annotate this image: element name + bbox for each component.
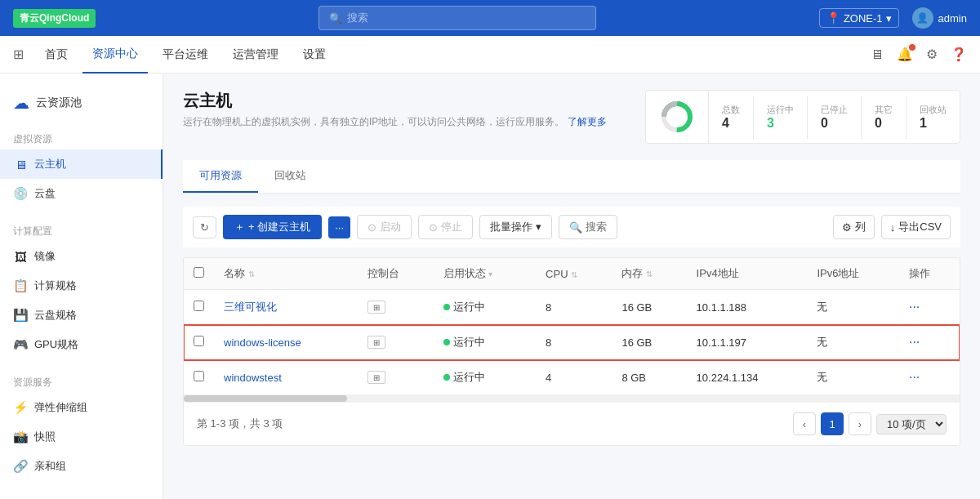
- sidebar-item-snapshot[interactable]: 📸 快照: [0, 422, 163, 452]
- row3-ipv4: 10.224.1.134: [687, 360, 808, 395]
- row2-name[interactable]: windows-license: [214, 325, 358, 360]
- stop-button[interactable]: ⊙ 停止: [418, 215, 473, 239]
- pagination-area: 第 1-3 项，共 3 项 ‹ 1 › 10 项/页 20 项/页 50 项/页: [184, 402, 960, 445]
- status-dot: [443, 304, 450, 310]
- second-nav-left: ⊞ 首页 资源中心 平台运维 运营管理 设置: [13, 36, 336, 74]
- row3-checkbox[interactable]: [184, 360, 214, 395]
- sidebar-item-image[interactable]: 🖼 镜像: [0, 242, 163, 271]
- row3-memory: 8 GB: [612, 360, 686, 395]
- page-1-button[interactable]: 1: [821, 412, 844, 435]
- nav-item-home[interactable]: 首页: [35, 36, 78, 74]
- row2-memory: 16 GB: [612, 325, 686, 360]
- row1-status: 运行中: [434, 290, 536, 325]
- stat-stopped-label: 已停止: [821, 104, 848, 116]
- page-description: 运行在物理机上的虚拟机实例，具有独立的IP地址，可以访问公共网络，运行应用服务。…: [183, 115, 607, 129]
- nav-item-settings[interactable]: 设置: [293, 36, 336, 74]
- row3-console[interactable]: ⊞: [358, 360, 434, 395]
- stat-total-value: 4: [722, 116, 740, 131]
- sidebar-item-autoscaling[interactable]: ⚡ 弹性伸缩组: [0, 393, 163, 422]
- table-scroll-area[interactable]: 名称 ⇅ 控制台 启用状态 ▾ CPU ⇅ 内存 ⇅ IPv4地址 IPv6地址…: [184, 258, 960, 395]
- console-icon[interactable]: ⊞: [368, 336, 385, 349]
- nav-item-resource[interactable]: 资源中心: [82, 36, 148, 74]
- row2-action[interactable]: ···: [899, 325, 960, 360]
- row2-checkbox[interactable]: [184, 325, 214, 360]
- cpu-sort-icon: ⇅: [571, 270, 577, 279]
- zone-selector[interactable]: 📍 ZONE-1 ▾: [819, 8, 899, 28]
- row1-memory: 16 GB: [612, 290, 686, 325]
- row2-ipv6: 无: [807, 325, 899, 360]
- create-vm-button[interactable]: ＋ + 创建云主机: [223, 215, 322, 239]
- prev-page-button[interactable]: ‹: [793, 412, 816, 435]
- action-menu-button[interactable]: ···: [909, 335, 920, 349]
- stat-recycle-value: 1: [920, 116, 947, 131]
- page-size-select[interactable]: 10 项/页 20 项/页 50 项/页: [876, 414, 947, 434]
- grid-icon[interactable]: ⊞: [13, 47, 24, 62]
- export-icon: ↓: [890, 221, 896, 234]
- sidebar-item-autoscaling-label: 弹性伸缩组: [34, 400, 87, 415]
- row1-cpu: 8: [536, 290, 612, 325]
- more-button[interactable]: ···: [328, 216, 350, 238]
- scroll-thumb: [184, 395, 347, 402]
- help-icon[interactable]: ❓: [951, 47, 967, 62]
- nav-item-platform[interactable]: 平台运维: [153, 36, 218, 74]
- nav-item-operation[interactable]: 运营管理: [223, 36, 288, 74]
- console-icon[interactable]: ⊞: [368, 371, 385, 384]
- scroll-indicator[interactable]: [184, 395, 960, 402]
- logo: 青云QingCloud: [13, 9, 96, 28]
- zone-icon: 📍: [826, 11, 840, 25]
- start-icon: ⊙: [368, 221, 376, 234]
- sidebar-title: 云资源池: [36, 96, 82, 110]
- row2-ipv4: 10.1.1.197: [687, 325, 808, 360]
- autoscaling-icon: ⚡: [13, 400, 28, 415]
- row2-console[interactable]: ⊞: [358, 325, 434, 360]
- next-page-button[interactable]: ›: [849, 412, 871, 435]
- table-header-row: 名称 ⇅ 控制台 启用状态 ▾ CPU ⇅ 内存 ⇅ IPv4地址 IPv6地址…: [184, 258, 960, 290]
- settings-icon[interactable]: ⚙: [926, 47, 938, 62]
- sidebar-item-affinity[interactable]: 🔗 亲和组: [0, 452, 163, 481]
- row1-action[interactable]: ···: [899, 290, 960, 325]
- batch-button[interactable]: 批量操作 ▾: [479, 215, 552, 239]
- row3-action[interactable]: ···: [899, 360, 960, 395]
- stat-donut: [646, 91, 709, 143]
- row3-status: 运行中: [434, 360, 536, 395]
- console-icon[interactable]: ⊞: [368, 301, 385, 314]
- search-bar[interactable]: 🔍 搜索: [318, 6, 596, 30]
- row1-checkbox[interactable]: [184, 290, 214, 325]
- header-ipv6: IPv6地址: [807, 258, 899, 290]
- export-csv-button[interactable]: ↓ 导出CSV: [881, 215, 951, 239]
- header-checkbox-col: [184, 258, 214, 290]
- tab-recycle[interactable]: 回收站: [258, 160, 323, 193]
- tab-available[interactable]: 可用资源: [183, 160, 258, 193]
- sidebar-item-gpu-spec[interactable]: 🎮 GPU规格: [0, 330, 163, 359]
- sidebar-item-disk[interactable]: 💿 云盘: [0, 179, 163, 208]
- page-controls: ‹ 1 › 10 项/页 20 项/页 50 项/页: [793, 412, 947, 435]
- sidebar-item-disk-spec[interactable]: 💾 云盘规格: [0, 301, 163, 330]
- row1-name[interactable]: 三维可视化: [214, 290, 358, 325]
- refresh-button[interactable]: ↻: [193, 216, 216, 238]
- sidebar-item-disk-spec-label: 云盘规格: [34, 308, 77, 323]
- affinity-icon: 🔗: [13, 459, 28, 474]
- sidebar-item-vm[interactable]: 🖥 云主机: [0, 149, 163, 179]
- search-placeholder: 搜索: [347, 11, 368, 25]
- header-status: 启用状态 ▾: [434, 258, 536, 290]
- page-title-area: 云主机 运行在物理机上的虚拟机实例，具有独立的IP地址，可以访问公共网络，运行应…: [183, 90, 607, 129]
- sidebar-item-compute-spec[interactable]: 📋 计算规格: [0, 271, 163, 301]
- action-menu-button[interactable]: ···: [909, 370, 920, 384]
- cloud-pool-icon: ☁: [13, 93, 29, 113]
- stat-running: 运行中 3: [754, 96, 808, 139]
- start-button[interactable]: ⊙ 启动: [357, 215, 412, 239]
- action-menu-button[interactable]: ···: [909, 300, 920, 314]
- notification-bell[interactable]: 🔔: [897, 47, 913, 62]
- header-action: 操作: [899, 258, 960, 290]
- monitor-icon[interactable]: 🖥: [871, 47, 884, 62]
- stat-stopped-value: 0: [821, 116, 848, 131]
- header-console: 控制台: [358, 258, 434, 290]
- select-all-checkbox[interactable]: [194, 267, 204, 278]
- search-button[interactable]: 🔍 搜索: [559, 215, 617, 239]
- learn-more-link[interactable]: 了解更多: [568, 116, 607, 127]
- row1-console[interactable]: ⊞: [358, 290, 434, 325]
- header-name: 名称 ⇅: [214, 258, 358, 290]
- row3-name[interactable]: windowstest: [214, 360, 358, 395]
- column-settings-button[interactable]: ⚙ 列: [833, 215, 875, 239]
- memory-sort-icon: ⇅: [646, 270, 653, 278]
